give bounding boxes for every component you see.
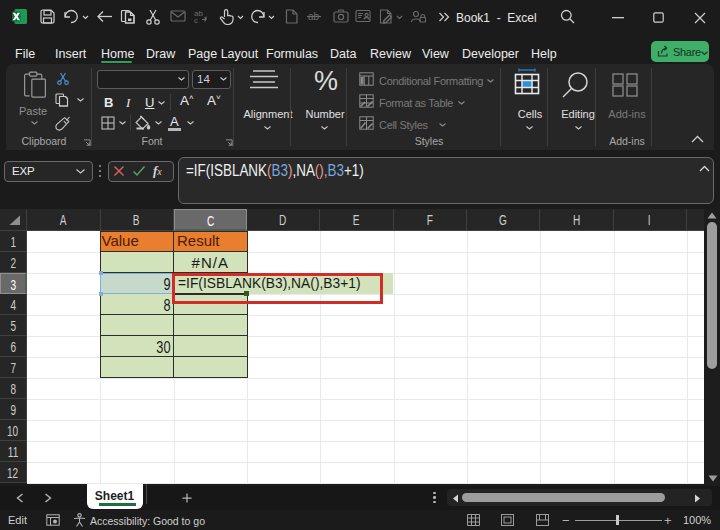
svg-text:c: c [194,16,198,24]
